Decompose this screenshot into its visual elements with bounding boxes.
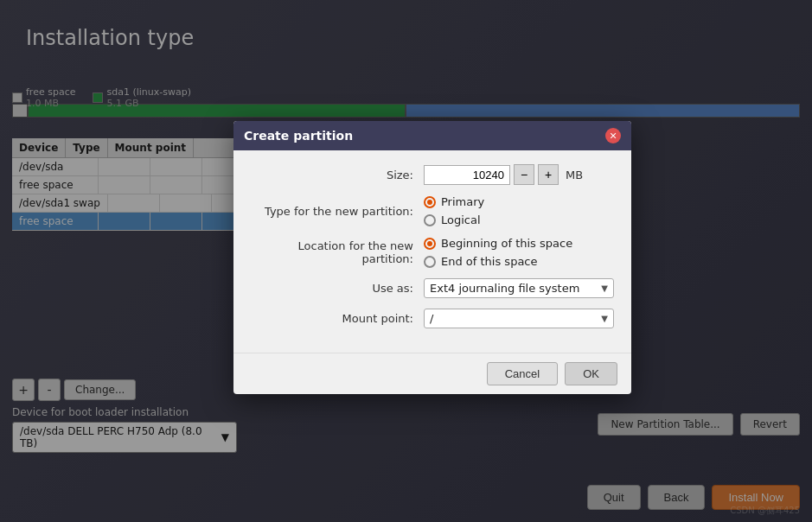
size-control: − + MB: [424, 164, 614, 185]
mount-point-value: /: [430, 312, 433, 325]
size-decrease-button[interactable]: −: [514, 164, 534, 185]
location-radio-group: Beginning of this space End of this spac…: [424, 237, 614, 268]
size-unit: MB: [566, 169, 583, 181]
radio-beginning[interactable]: Beginning of this space: [424, 237, 614, 250]
modal-footer: Cancel OK: [233, 353, 631, 394]
modal-overlay: Create partition ✕ Size: − + MB Type for…: [0, 0, 812, 522]
mount-point-label: Mount point:: [251, 312, 424, 325]
cancel-button[interactable]: Cancel: [487, 362, 558, 385]
radio-primary-dot: [424, 196, 436, 208]
radio-end-dot: [424, 256, 436, 268]
type-radio-group: Primary Logical: [424, 195, 614, 226]
size-label: Size:: [251, 169, 424, 181]
use-as-dropdown[interactable]: Ext4 journaling file system ▼: [424, 278, 614, 298]
location-row: Location for the new partition: Beginnin…: [251, 237, 614, 268]
modal-header: Create partition ✕: [233, 121, 631, 150]
modal-body: Size: − + MB Type for the new partition:…: [233, 150, 631, 353]
radio-beginning-label: Beginning of this space: [441, 237, 572, 250]
use-as-value: Ext4 journaling file system: [430, 282, 579, 295]
use-as-control: Ext4 journaling file system ▼: [424, 278, 614, 298]
radio-primary[interactable]: Primary: [424, 195, 614, 208]
size-row: Size: − + MB: [251, 164, 614, 185]
partition-type-row: Type for the new partition: Primary Logi…: [251, 195, 614, 226]
size-input[interactable]: [424, 165, 510, 185]
use-as-arrow-icon: ▼: [601, 283, 608, 293]
radio-logical[interactable]: Logical: [424, 213, 614, 226]
mount-point-dropdown[interactable]: / ▼: [424, 309, 614, 328]
mount-point-arrow-icon: ▼: [601, 314, 608, 323]
modal-title: Create partition: [244, 129, 353, 143]
radio-end[interactable]: End of this space: [424, 255, 614, 268]
location-label: Location for the new partition:: [251, 239, 424, 265]
radio-logical-dot: [424, 214, 436, 226]
create-partition-dialog: Create partition ✕ Size: − + MB Type for…: [233, 121, 631, 394]
mount-point-control: / ▼: [424, 309, 614, 328]
use-as-label: Use as:: [251, 282, 424, 295]
ok-button[interactable]: OK: [565, 362, 617, 385]
radio-primary-label: Primary: [441, 195, 484, 208]
modal-close-button[interactable]: ✕: [605, 128, 621, 143]
type-label: Type for the new partition:: [251, 205, 424, 218]
use-as-row: Use as: Ext4 journaling file system ▼: [251, 278, 614, 298]
radio-beginning-dot: [424, 238, 436, 250]
size-increase-button[interactable]: +: [538, 164, 559, 185]
radio-end-label: End of this space: [441, 255, 538, 268]
radio-logical-label: Logical: [441, 213, 481, 226]
mount-point-row: Mount point: / ▼: [251, 309, 614, 328]
